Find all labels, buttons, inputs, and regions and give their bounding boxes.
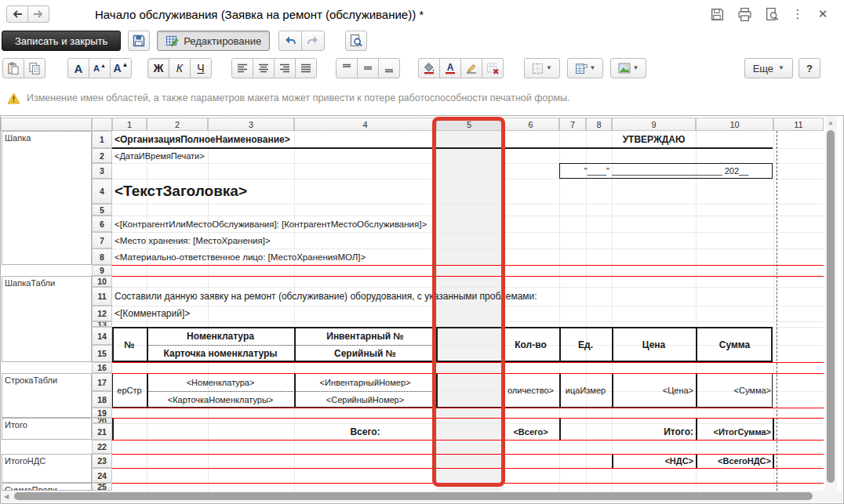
row-header-24[interactable]: 24: [92, 468, 112, 483]
hdr-number[interactable]: №: [113, 327, 146, 362]
request-sentence[interactable]: Составили данную заявку на ремонт (обслу…: [113, 287, 611, 306]
hdr-qty[interactable]: Кол-во: [503, 327, 558, 362]
row-number-clipped[interactable]: ерСтр: [113, 373, 146, 408]
hdr-price[interactable]: Цена: [613, 327, 695, 362]
cell-inventory[interactable]: <ИнвентарныйНомер>: [295, 373, 435, 391]
black-border-line: [112, 418, 114, 440]
scroll-left-arrow[interactable]: ◀: [4, 493, 9, 500]
total-label[interactable]: Всего:: [295, 423, 435, 440]
row-header-25[interactable]: 25: [92, 483, 112, 491]
cell-sum[interactable]: <Сумма>: [697, 373, 773, 408]
row-header-4[interactable]: 4: [92, 179, 112, 204]
row-header-6[interactable]: 6: [92, 216, 112, 232]
row-header-22[interactable]: 22: [92, 440, 112, 454]
vertical-scroll-thumb[interactable]: [827, 130, 835, 483]
section-label-5[interactable]: ИтогоНДС: [2, 454, 92, 483]
approve-label[interactable]: УТВЕРЖДАЮ: [613, 131, 695, 148]
row-header-19[interactable]: 19: [92, 408, 112, 418]
sheet-corner[interactable]: [92, 118, 112, 131]
comment-cell[interactable]: <[Комментарий]>: [113, 306, 435, 321]
grid-line: [586, 131, 587, 491]
black-border-line: [773, 418, 774, 440]
section-label-6[interactable]: СуммаПропи: [2, 483, 92, 491]
row-header-9[interactable]: 9: [92, 265, 112, 276]
row-header-17[interactable]: 17: [92, 373, 112, 391]
cell-price[interactable]: <Цена>: [613, 373, 695, 408]
row-header-10[interactable]: 10: [92, 276, 112, 287]
column-header-3[interactable]: 3: [208, 118, 294, 131]
column-header-8[interactable]: 8: [586, 118, 612, 131]
hdr-sum[interactable]: Сумма: [697, 327, 773, 362]
spreadsheet-area: 1234567891011123456789101112131415161718…: [0, 0, 844, 504]
row-header-1[interactable]: 1: [92, 131, 112, 148]
page-break-line: [777, 131, 777, 491]
section-label-3[interactable]: СтрокаТабли: [2, 373, 92, 418]
cell-unit-clipped[interactable]: ицаИзмер: [560, 373, 611, 408]
black-border-line: [559, 418, 561, 440]
responsible-line[interactable]: <Материально-ответственное лицо: [МестоХ…: [113, 248, 611, 265]
row-header-21[interactable]: 21: [92, 423, 112, 440]
column-header-10[interactable]: 10: [696, 118, 773, 131]
row-header-18[interactable]: 18: [92, 391, 112, 408]
hdr-unit[interactable]: Ед.: [560, 327, 611, 362]
row-header-5[interactable]: 5: [92, 204, 112, 216]
cell-serial[interactable]: <СерийныйНомер>: [295, 391, 435, 408]
row-header-15[interactable]: 15: [92, 345, 112, 362]
storage-line[interactable]: <Место хранения: [МестоХранения]>: [113, 232, 611, 248]
hdr-nomenclature[interactable]: Номенклатура: [147, 327, 293, 345]
row-header-3[interactable]: 3: [92, 163, 112, 179]
row-header-11[interactable]: 11: [92, 287, 112, 306]
total-qty[interactable]: <Всего>: [503, 423, 558, 440]
counterparty-line[interactable]: <[КонтрагентИлиМестоОбслуживания]: [Конт…: [113, 216, 611, 232]
selection-rectangle[interactable]: [432, 117, 505, 487]
row-header-23[interactable]: 23: [92, 454, 112, 468]
column-header-9[interactable]: 9: [612, 118, 696, 131]
org-name[interactable]: <ОрганизацияПолноеНаименование>: [113, 131, 611, 148]
vertical-scrollbar[interactable]: ▲: [825, 117, 837, 491]
grand-total-sum[interactable]: <ИтогСумма>: [697, 423, 773, 440]
grand-total-label[interactable]: Итого:: [613, 423, 695, 440]
column-header-4[interactable]: 4: [294, 118, 436, 131]
cell-nomenclature[interactable]: <Номенклатура>: [147, 373, 293, 391]
row-header-16[interactable]: 16: [92, 362, 112, 373]
row-header-12[interactable]: 12: [92, 306, 112, 321]
column-header-11[interactable]: 11: [773, 118, 824, 131]
hdr-card[interactable]: Карточка номенклатуры: [147, 345, 293, 362]
cell-qty-clipped[interactable]: оличество>: [503, 373, 558, 408]
vat-cell[interactable]: <НДС>: [613, 454, 695, 468]
horizontal-scroll-thumb[interactable]: [14, 492, 813, 500]
column-header-2[interactable]: 2: [147, 118, 208, 131]
section-label-2[interactable]: ШапкаТабли: [2, 276, 92, 362]
row-header-14[interactable]: 14: [92, 327, 112, 345]
hdr-serial[interactable]: Серийный №: [295, 345, 435, 362]
black-border-line: [773, 454, 774, 468]
row-header-2[interactable]: 2: [92, 148, 112, 163]
sheet-corner[interactable]: [1, 118, 92, 131]
cell-card[interactable]: <КарточкаНоменклатуры>: [147, 391, 293, 408]
hdr-inventory[interactable]: Инвентарный №: [295, 327, 435, 345]
section-label-1[interactable]: Шапка: [2, 131, 92, 265]
column-header-6[interactable]: 6: [502, 118, 559, 131]
template-editor-window: Начало обслуживания (Заявка на ремонт (о…: [0, 0, 844, 504]
scroll-up-arrow[interactable]: ▲: [828, 119, 834, 126]
vat-total-cell[interactable]: <ВсегоНДС>: [697, 454, 773, 468]
section-label-4[interactable]: Итого: [2, 418, 92, 440]
row-header-8[interactable]: 8: [92, 248, 112, 265]
print-datetime[interactable]: <ДатаИВремяПечати>: [113, 148, 435, 163]
column-header-1[interactable]: 1: [112, 118, 147, 131]
column-header-7[interactable]: 7: [559, 118, 586, 131]
row-header-13[interactable]: 13: [92, 321, 112, 327]
row-header-7[interactable]: 7: [92, 232, 112, 248]
horizontal-scrollbar[interactable]: ◀: [1, 491, 842, 502]
row-header-20[interactable]: 20: [92, 418, 112, 423]
date-blank-line[interactable]: "____" _______________________ 202__: [560, 163, 773, 179]
